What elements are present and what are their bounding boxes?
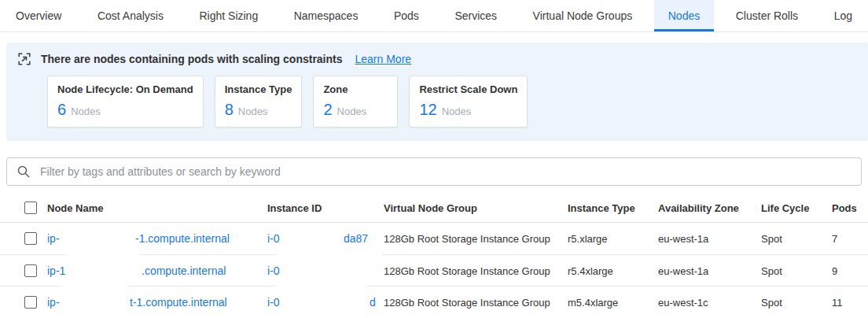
card-count: 2 (323, 101, 332, 118)
virtual-node-group-cell: 128Gb Root Storage Instance Group (384, 233, 550, 245)
instance-id-link[interactable]: d (370, 296, 376, 309)
availability-zone-cell: eu-west-1c (658, 296, 708, 308)
instance-type-cell: m5.4xlarge (568, 296, 618, 308)
card-node-lifecycle-on-demand[interactable]: Node Lifecycle: On Demand 6Nodes (47, 76, 204, 128)
card-count: 12 (419, 101, 436, 118)
pods-cell: 9 (832, 264, 837, 276)
tab-cluster-rolls[interactable]: Cluster Rolls (722, 0, 812, 31)
tab-services[interactable]: Services (440, 0, 511, 31)
select-all-checkbox[interactable] (24, 202, 37, 214)
row-checkbox[interactable] (24, 264, 37, 277)
col-virtual-node-group: Virtual Node Group (384, 202, 477, 214)
instance-id-link[interactable]: i-0 (267, 264, 280, 277)
row-checkbox[interactable] (24, 232, 37, 245)
card-count: 6 (57, 101, 66, 118)
card-unit: Nodes (337, 105, 367, 117)
card-zone[interactable]: Zone 2Nodes (313, 76, 398, 128)
card-instance-type[interactable]: Instance Type 8Nodes (215, 76, 303, 128)
redaction-box (61, 277, 129, 305)
node-name-link[interactable]: ip- (47, 296, 60, 309)
card-title: Restrict Scale Down (419, 83, 517, 95)
tab-bar: Overview Cost Analysis Right Sizing Name… (0, 0, 868, 32)
col-instance-id: Instance ID (267, 202, 322, 214)
col-instance-type: Instance Type (568, 202, 635, 214)
life-cycle-cell: Spot (761, 296, 782, 308)
instance-type-cell: r5.xlarge (568, 233, 608, 245)
availability-zone-cell: eu-west-1a (658, 264, 708, 276)
card-count: 8 (225, 101, 234, 118)
nodes-table: Node Name Instance ID Virtual Node Group… (0, 194, 868, 317)
node-name-link[interactable]: .compute.internal (142, 264, 226, 277)
life-cycle-cell: Spot (761, 233, 782, 245)
card-title: Node Lifecycle: On Demand (57, 83, 193, 95)
instance-id-link[interactable]: da87 (344, 232, 368, 245)
table-row: ip- t-1.compute.internal i-0 d 128Gb Roo… (0, 286, 868, 317)
tab-cost-analysis[interactable]: Cost Analysis (83, 0, 178, 31)
tab-right-sizing[interactable]: Right Sizing (185, 0, 272, 31)
constraint-cards: Node Lifecycle: On Demand 6Nodes Instanc… (47, 76, 868, 128)
availability-zone-cell: eu-west-1a (658, 233, 708, 245)
tab-pods[interactable]: Pods (380, 0, 433, 31)
virtual-node-group-cell: 128Gb Root Storage Instance Group (384, 296, 550, 308)
card-title: Zone (323, 83, 388, 95)
instance-type-cell: r5.4xlarge (568, 264, 613, 276)
banner-message: There are nodes containing pods with sca… (41, 53, 343, 65)
tab-log[interactable]: Log (820, 0, 866, 31)
card-restrict-scale-down[interactable]: Restrict Scale Down 12Nodes (409, 76, 528, 128)
col-node-name: Node Name (47, 202, 104, 214)
life-cycle-cell: Spot (761, 264, 782, 276)
card-unit: Nodes (442, 105, 472, 117)
tab-namespaces[interactable]: Namespaces (280, 0, 373, 31)
table-row: ip-1 .compute.internal i-0 128Gb Root St… (0, 254, 868, 286)
tab-nodes[interactable]: Nodes (654, 0, 714, 31)
scaling-constraint-icon (17, 52, 31, 66)
node-name-link[interactable]: t-1.compute.internal (130, 296, 227, 309)
card-unit: Nodes (71, 105, 101, 117)
pods-cell: 11 (832, 296, 843, 308)
col-availability-zone: Availability Zone (658, 202, 739, 214)
col-pods: Pods (832, 202, 857, 214)
row-checkbox[interactable] (24, 296, 37, 309)
table-header: Node Name Instance ID Virtual Node Group… (0, 194, 868, 223)
instance-id-link[interactable]: i-0 (267, 232, 280, 245)
col-life-cycle: Life Cycle (761, 202, 809, 214)
scaling-constraints-banner: There are nodes containing pods with sca… (6, 43, 868, 141)
redaction-box (275, 277, 368, 305)
card-title: Instance Type (225, 83, 292, 95)
search-input[interactable] (39, 165, 851, 179)
virtual-node-group-cell: 128Gb Root Storage Instance Group (384, 264, 550, 276)
tab-overview[interactable]: Overview (2, 0, 75, 31)
redaction-box (66, 246, 140, 274)
instance-id-link[interactable]: i-0 (267, 296, 280, 309)
search-icon (17, 165, 31, 179)
card-unit: Nodes (238, 105, 268, 117)
pods-cell: 7 (832, 233, 837, 245)
node-name-link[interactable]: ip- (47, 232, 60, 245)
redaction-box (277, 246, 382, 274)
node-name-link[interactable]: ip-1 (47, 264, 65, 277)
filter-search-box (6, 157, 862, 186)
tab-virtual-node-groups[interactable]: Virtual Node Groups (519, 0, 647, 31)
learn-more-link[interactable]: Learn More (355, 53, 412, 65)
node-name-link[interactable]: -1.compute.internal (135, 232, 230, 245)
